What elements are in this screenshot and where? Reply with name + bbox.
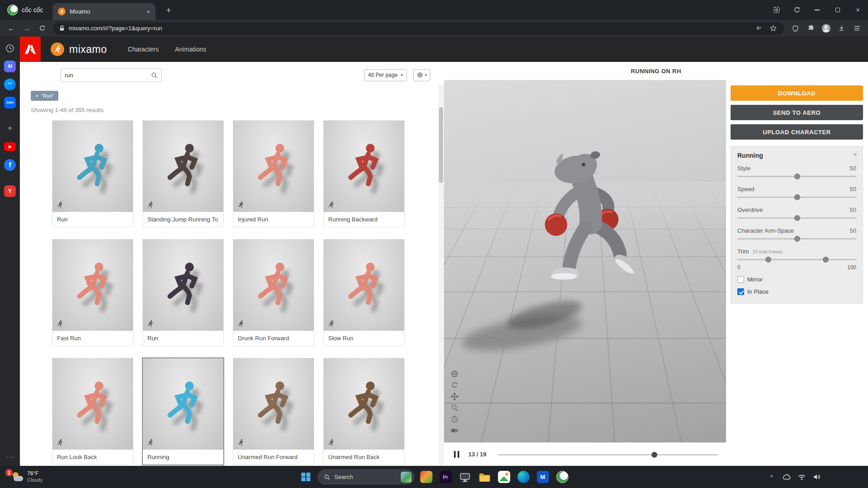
mixamo-header: mixamo Characters Animations — [20, 37, 868, 62]
profile-avatar[interactable] — [819, 22, 833, 35]
more-options-icon[interactable]: ··· — [4, 451, 16, 463]
animation-card[interactable]: Slow Run — [323, 239, 405, 346]
bookmark-star-icon[interactable] — [768, 23, 778, 34]
animation-card[interactable]: Run Look Back — [52, 358, 133, 465]
animation-card[interactable]: Running Backward — [323, 120, 405, 227]
animation-card[interactable]: Unarmed Run Forward — [233, 358, 314, 465]
trim-slider[interactable] — [737, 256, 856, 263]
timeline-slider[interactable] — [498, 451, 718, 458]
overdrive-slider[interactable] — [737, 215, 856, 221]
tab-close-icon[interactable]: × — [146, 8, 150, 15]
maximize-button[interactable] — [827, 0, 848, 20]
red-shortcut-icon[interactable]: Y — [4, 185, 16, 197]
chip-close-icon[interactable]: × — [35, 93, 38, 99]
animation-card[interactable]: Run — [142, 239, 224, 346]
coccoc-app-icon[interactable] — [555, 469, 570, 485]
wifi-icon[interactable] — [797, 473, 806, 482]
facebook-icon[interactable]: f — [4, 159, 16, 171]
filter-chip-run[interactable]: × "Run" — [31, 91, 58, 101]
close-button[interactable]: × — [848, 0, 868, 20]
animation-card[interactable]: Unarmed Run Back — [323, 358, 405, 465]
trim-end-knob[interactable] — [823, 257, 829, 263]
pause-button[interactable] — [452, 449, 461, 460]
weather-condition: Cloudy — [27, 477, 42, 483]
start-button[interactable] — [298, 469, 314, 485]
scrollbar-thumb[interactable] — [439, 107, 443, 183]
ai-sidebar-icon[interactable]: AI — [4, 60, 16, 72]
timeline-knob[interactable] — [651, 452, 657, 458]
photos-app-icon[interactable] — [419, 469, 434, 485]
3d-viewport[interactable] — [444, 80, 726, 442]
add-shortcut-button[interactable]: + — [4, 122, 16, 135]
rotate-icon[interactable] — [451, 381, 458, 389]
animation-card-selected[interactable]: Running — [142, 358, 224, 465]
new-tab-button[interactable]: + — [163, 5, 175, 15]
forward-button[interactable]: → — [20, 22, 33, 35]
search-input[interactable] — [65, 72, 151, 79]
panel-close-icon[interactable]: × — [853, 150, 857, 158]
history-icon[interactable] — [4, 42, 16, 54]
adobe-logo-icon[interactable] — [20, 37, 41, 62]
animation-card[interactable]: Fast Run — [52, 239, 133, 346]
gallery-app-icon[interactable] — [496, 469, 512, 485]
run-badge-icon — [56, 320, 64, 328]
snapshot-icon[interactable] — [766, 0, 787, 20]
in-place-checkbox-row[interactable]: In Place — [737, 288, 856, 295]
nav-animations[interactable]: Animations — [175, 46, 206, 53]
youtube-icon[interactable] — [4, 141, 16, 153]
camera-icon[interactable] — [451, 427, 458, 434]
messenger-icon[interactable] — [4, 78, 16, 90]
pc-app-icon[interactable] — [458, 469, 473, 485]
mirror-checkbox[interactable] — [737, 276, 744, 283]
downloads-icon[interactable] — [835, 22, 848, 35]
update-icon[interactable] — [787, 0, 807, 20]
volume-icon[interactable] — [812, 473, 821, 482]
premiere-app-icon[interactable]: Pr — [438, 469, 453, 485]
animation-card[interactable]: Drunk Run Forward — [233, 239, 314, 346]
back-button[interactable]: ← — [5, 22, 18, 35]
download-button[interactable]: DOWNLOAD — [731, 85, 863, 101]
trim-start-knob[interactable] — [765, 257, 771, 263]
in-place-checkbox[interactable] — [737, 288, 744, 295]
taskbar-search[interactable]: Search — [318, 469, 415, 484]
edge-browser-icon[interactable] — [516, 469, 531, 485]
animation-card[interactable]: Standing Jump Running To — [142, 120, 224, 227]
slider-knob[interactable] — [794, 236, 800, 242]
menu-icon[interactable] — [850, 22, 863, 35]
search-icon[interactable] — [151, 72, 158, 79]
zalo-icon[interactable]: Zalo — [4, 96, 16, 108]
reload-button[interactable] — [35, 22, 49, 35]
zoom-icon[interactable] — [451, 404, 458, 412]
weather-widget[interactable]: 1 76°F Cloudy — [0, 466, 48, 488]
send-to-aero-button[interactable]: SEND TO AERO — [731, 105, 863, 120]
arm-space-slider[interactable] — [737, 235, 856, 242]
slider-knob[interactable] — [794, 215, 800, 221]
upload-character-button[interactable]: UPLOAD CHARACTER — [731, 124, 863, 140]
mirror-checkbox-row[interactable]: Mirror — [737, 276, 856, 283]
style-slider[interactable] — [737, 173, 856, 180]
animation-card[interactable]: Run — [52, 120, 133, 227]
translate-icon[interactable]: Aa — [753, 23, 764, 34]
file-explorer-icon[interactable] — [477, 469, 492, 485]
address-bar[interactable]: mixamo.com/#/?page=1&query=run Aa — [53, 22, 784, 35]
move-icon[interactable] — [451, 393, 458, 400]
per-page-select[interactable]: 48 Per page ▾ — [364, 69, 407, 81]
animation-card[interactable]: Injured Run — [233, 120, 314, 227]
settings-gear-button[interactable]: ▾ — [413, 69, 430, 81]
tab-mixamo[interactable]: Mixamo × — [52, 3, 156, 20]
mail-app-icon[interactable]: M — [535, 469, 551, 485]
adblock-shield-icon[interactable] — [788, 22, 802, 35]
speed-slider[interactable] — [737, 194, 856, 201]
globe-icon[interactable] — [451, 370, 458, 378]
hidden-icons-chevron[interactable]: ^ — [767, 473, 776, 482]
slider-knob[interactable] — [794, 174, 800, 179]
mixamo-logo[interactable]: mixamo — [51, 42, 107, 56]
extensions-icon[interactable] — [804, 22, 817, 35]
results-scrollbar[interactable] — [438, 85, 444, 466]
onedrive-cloud-icon[interactable] — [782, 473, 791, 482]
timer-icon[interactable] — [451, 415, 458, 423]
slider-knob[interactable] — [794, 194, 800, 200]
minimize-button[interactable] — [807, 0, 827, 20]
nav-characters[interactable]: Characters — [128, 46, 159, 53]
mixamo-favicon — [58, 8, 66, 15]
